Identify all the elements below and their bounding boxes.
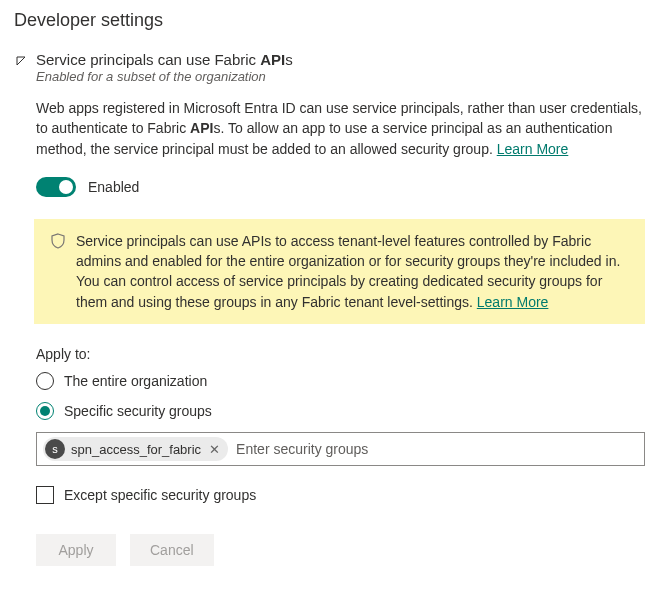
radio-icon-selected	[36, 402, 54, 420]
button-row: Apply Cancel	[36, 534, 645, 566]
group-chip: s spn_access_for_fabric ✕	[43, 437, 228, 461]
expand-icon[interactable]	[15, 54, 27, 66]
toggle-row: Enabled	[36, 177, 645, 197]
security-groups-input[interactable]: s spn_access_for_fabric ✕ Enter security…	[36, 432, 645, 466]
input-placeholder: Enter security groups	[236, 441, 638, 457]
info-learn-more-link[interactable]: Learn More	[477, 294, 549, 310]
learn-more-link[interactable]: Learn More	[497, 141, 569, 157]
info-box: Service principals can use APIs to acces…	[34, 219, 645, 324]
radio-entire-org[interactable]: The entire organization	[36, 372, 645, 390]
checkbox-icon	[36, 486, 54, 504]
chip-avatar: s	[45, 439, 65, 459]
apply-to-label: Apply to:	[36, 346, 645, 362]
cancel-button[interactable]: Cancel	[130, 534, 214, 566]
radio-label: Specific security groups	[64, 403, 212, 419]
radio-dot	[40, 406, 50, 416]
chip-label: spn_access_for_fabric	[71, 442, 201, 457]
setting-title: Service principals can use Fabric APIs	[36, 51, 645, 68]
chip-remove-icon[interactable]: ✕	[207, 442, 222, 457]
enabled-toggle[interactable]	[36, 177, 76, 197]
except-groups-checkbox-row[interactable]: Except specific security groups	[36, 486, 645, 504]
toggle-label: Enabled	[88, 179, 139, 195]
setting-description: Web apps registered in Microsoft Entra I…	[36, 98, 645, 159]
info-text: Service principals can use APIs to acces…	[76, 231, 629, 312]
checkbox-label: Except specific security groups	[64, 487, 256, 503]
page-title: Developer settings	[14, 10, 645, 31]
setting-subtitle: Enabled for a subset of the organization	[36, 69, 645, 84]
radio-icon	[36, 372, 54, 390]
shield-icon	[50, 233, 66, 312]
setting-block: Service principals can use Fabric APIs E…	[10, 51, 645, 566]
toggle-knob	[59, 180, 73, 194]
radio-specific-groups[interactable]: Specific security groups	[36, 402, 645, 420]
radio-label: The entire organization	[64, 373, 207, 389]
apply-button[interactable]: Apply	[36, 534, 116, 566]
